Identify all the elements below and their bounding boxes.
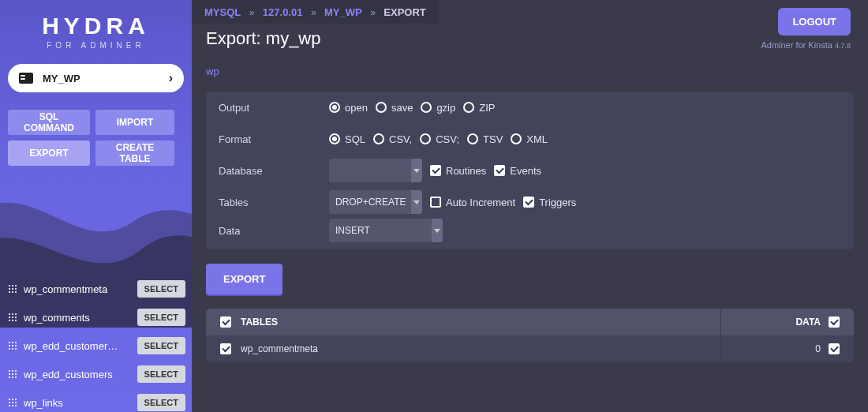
output-zip-radio[interactable]: ZIP (463, 102, 495, 114)
row-data-count: 0 (815, 343, 821, 354)
app-logo: HYDRA FOR ADMINER (0, 13, 192, 50)
grip-icon (8, 313, 17, 322)
database-name: MY_WP (43, 73, 80, 84)
radio-icon (463, 102, 474, 113)
dropdown-icon[interactable] (432, 219, 443, 242)
table-row[interactable]: wp_commentmeta SELECT (8, 275, 185, 303)
grip-icon (8, 284, 17, 294)
crumb-current: EXPORT (383, 6, 425, 18)
table-row[interactable]: wp_edd_customer… SELECT (8, 331, 185, 360)
triggers-checkbox[interactable]: Triggers (523, 197, 576, 208)
row-table-checkbox[interactable] (220, 343, 231, 354)
crumb-host[interactable]: 127.0.01 (263, 6, 303, 18)
grip-icon (8, 369, 17, 379)
radio-icon (376, 102, 387, 113)
create-table-button[interactable]: CREATE TABLE (95, 140, 174, 166)
logo-title: HYDRA (0, 13, 192, 39)
tables-select[interactable] (329, 190, 413, 214)
select-button[interactable]: SELECT (137, 280, 185, 298)
tables-grid: TABLES DATA wp_commentmeta 0 (206, 309, 854, 362)
grid-header-data: DATA (795, 316, 821, 328)
table-row[interactable]: wp_links SELECT (8, 388, 185, 412)
export-submit-button[interactable]: EXPORT (206, 264, 282, 294)
tables-label: Tables (219, 197, 329, 208)
credit-text: Adminer for Kinsta 4.7.8 (761, 40, 851, 50)
format-csvs-radio[interactable]: CSV; (420, 133, 459, 145)
table-name: wp_comments (24, 312, 137, 324)
import-button[interactable]: IMPORT (95, 110, 174, 135)
radio-icon (467, 133, 478, 144)
radio-icon (373, 133, 384, 144)
grip-icon (8, 398, 17, 407)
page-title: Export: my_wp (206, 28, 321, 49)
crumb-sep: » (370, 7, 376, 18)
output-open-radio[interactable]: open (329, 102, 368, 114)
format-xml-radio[interactable]: XML (511, 133, 548, 145)
data-select[interactable] (329, 219, 433, 242)
autoincrement-checkbox[interactable]: Auto Increment (430, 197, 515, 208)
database-label: Database (219, 165, 329, 177)
sidebar: HYDRA FOR ADMINER MY_WP › SQL COMMAND IM… (0, 0, 192, 412)
data-label: Data (219, 225, 329, 237)
grid-row: wp_commentmeta 0 (206, 335, 854, 362)
checkbox-icon (430, 165, 441, 176)
select-button[interactable]: SELECT (137, 337, 185, 354)
checkbox-icon (494, 165, 505, 176)
grid-divider (720, 309, 721, 362)
crumb-mysql[interactable]: MYSQL (204, 6, 241, 18)
table-name: wp_edd_customers (24, 369, 137, 380)
routines-checkbox[interactable]: Routines (430, 165, 486, 177)
row-data-checkbox[interactable] (829, 343, 840, 354)
table-name: wp_links (24, 397, 137, 409)
radio-icon (421, 102, 432, 113)
dropdown-icon[interactable] (411, 159, 422, 182)
select-button[interactable]: SELECT (137, 365, 185, 383)
format-label: Format (219, 133, 329, 145)
database-select[interactable] (329, 159, 413, 182)
export-form: Output open save gzip ZIP Format SQL CSV… (206, 92, 854, 249)
format-tsv-radio[interactable]: TSV (467, 133, 503, 145)
grid-header-tables: TABLES (241, 316, 278, 328)
table-row[interactable]: wp_edd_customers SELECT (8, 360, 185, 388)
table-row[interactable]: wp_comments SELECT (8, 303, 185, 331)
select-all-data-checkbox[interactable] (829, 316, 840, 328)
events-checkbox[interactable]: Events (494, 165, 541, 177)
export-button-side[interactable]: EXPORT (8, 140, 90, 166)
row-table-name: wp_commentmeta (241, 343, 318, 354)
breadcrumb: MYSQL » 127.0.01 » MY_WP » EXPORT (192, 0, 439, 24)
crumb-sep: » (311, 7, 316, 18)
checkbox-icon (523, 197, 534, 208)
dropdown-icon[interactable] (411, 190, 422, 214)
crumb-db[interactable]: MY_WP (324, 6, 362, 18)
select-button[interactable]: SELECT (137, 309, 185, 326)
sidebar-table-list: wp_commentmeta SELECT wp_comments SELECT… (8, 275, 185, 412)
database-icon (19, 73, 33, 84)
table-name: wp_edd_customer… (24, 340, 137, 352)
grid-header: TABLES DATA (206, 309, 854, 335)
checkbox-icon (430, 197, 441, 208)
select-all-tables-checkbox[interactable] (220, 316, 231, 328)
grip-icon (8, 341, 17, 350)
select-button[interactable]: SELECT (137, 394, 185, 411)
database-selector[interactable]: MY_WP › (8, 64, 184, 92)
output-label: Output (219, 102, 329, 114)
format-csvc-radio[interactable]: CSV, (373, 133, 412, 145)
table-name: wp_commentmeta (24, 283, 137, 295)
sql-command-button[interactable]: SQL COMMAND (8, 110, 90, 135)
logout-button[interactable]: LOGOUT (778, 8, 851, 36)
output-gzip-radio[interactable]: gzip (421, 102, 455, 114)
radio-icon (420, 133, 431, 144)
format-sql-radio[interactable]: SQL (329, 133, 365, 145)
wp-link[interactable]: wp (206, 66, 219, 77)
sidebar-actions: SQL COMMAND IMPORT EXPORT CREATE TABLE (8, 110, 184, 166)
radio-icon (329, 133, 340, 144)
main-content: MYSQL » 127.0.01 » MY_WP » EXPORT Export… (192, 0, 868, 412)
logo-subtitle: FOR ADMINER (0, 41, 192, 50)
radio-icon (329, 102, 340, 113)
output-save-radio[interactable]: save (376, 102, 413, 114)
chevron-right-icon: › (169, 71, 173, 85)
crumb-sep: » (249, 7, 255, 18)
radio-icon (511, 133, 522, 144)
